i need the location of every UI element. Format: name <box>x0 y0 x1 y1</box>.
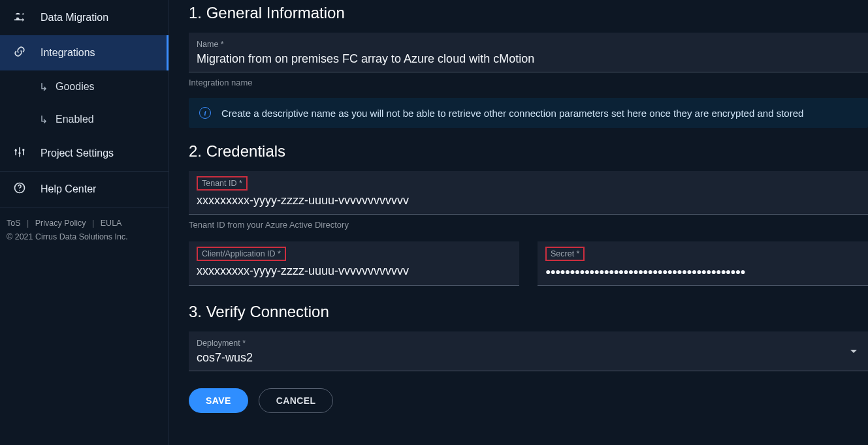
svg-point-2 <box>22 149 24 151</box>
svg-point-0 <box>15 149 17 151</box>
cancel-button[interactable]: CANCEL <box>259 388 334 413</box>
deployment-field[interactable]: Deployment * cos7-wus2 <box>189 331 868 371</box>
sidebar-item-label: Project Settings <box>40 147 114 159</box>
sidebar-item-goodies[interactable]: ↳ Goodies <box>0 70 169 103</box>
name-input[interactable]: Migration from on premises FC array to A… <box>197 52 860 67</box>
chevron-down-icon <box>850 345 858 357</box>
sidebar: Data Migration Integrations ↳ Goodies ↳ … <box>0 0 169 445</box>
client-id-input[interactable]: xxxxxxxxx-yyyy-zzzz-uuuu-vvvvvvvvvvvv <box>197 264 511 279</box>
client-id-label: Client/Application ID * <box>197 247 286 261</box>
deployment-value: cos7-wus2 <box>197 350 860 365</box>
footer-privacy-link[interactable]: Privacy Policy <box>35 219 86 228</box>
sidebar-item-label: Enabled <box>56 114 94 125</box>
integrations-icon <box>10 45 29 61</box>
footer-copyright: © 2021 Cirrus Data Solutions Inc. <box>7 230 162 244</box>
info-message: Create a descriptive name as you will no… <box>221 108 803 119</box>
secret-input[interactable]: ●●●●●●●●●●●●●●●●●●●●●●●●●●●●●●●●●●●●●●●●… <box>545 264 860 280</box>
section-heading-verify: 3. Verify Connection <box>189 303 868 321</box>
info-banner: i Create a descriptive name as you will … <box>189 98 868 128</box>
sidebar-item-label: Help Center <box>40 183 96 195</box>
main-panel: 1. General Information Name * Migration … <box>169 0 868 445</box>
footer-tos-link[interactable]: ToS <box>7 219 21 228</box>
deployment-label: Deployment * <box>197 339 246 348</box>
client-id-field[interactable]: Client/Application ID * xxxxxxxxx-yyyy-z… <box>189 241 519 286</box>
svg-point-4 <box>19 190 20 191</box>
sidebar-item-label: Data Migration <box>40 12 108 23</box>
sidebar-item-integrations[interactable]: Integrations <box>0 35 169 70</box>
name-label: Name * <box>197 40 224 49</box>
migration-icon <box>10 11 29 24</box>
sub-arrow-icon: ↳ <box>39 114 48 126</box>
settings-icon <box>10 146 29 161</box>
sidebar-item-label: Integrations <box>40 47 95 59</box>
sidebar-item-label: Goodies <box>56 81 95 93</box>
sub-arrow-icon: ↳ <box>39 81 48 93</box>
footer-eula-link[interactable]: EULA <box>101 219 122 228</box>
name-field[interactable]: Name * Migration from on premises FC arr… <box>189 33 868 72</box>
tenant-label: Tenant ID * <box>197 176 248 191</box>
save-button[interactable]: SAVE <box>189 388 248 413</box>
secret-field[interactable]: Secret * ●●●●●●●●●●●●●●●●●●●●●●●●●●●●●●●… <box>538 241 868 286</box>
sidebar-item-enabled[interactable]: ↳ Enabled <box>0 103 169 136</box>
tenant-helper: Tenant ID from your Azure Active Directo… <box>189 220 868 230</box>
sidebar-item-project-settings[interactable]: Project Settings <box>0 136 169 171</box>
info-icon: i <box>199 107 211 119</box>
section-heading-general: 1. General Information <box>189 4 868 22</box>
name-helper: Integration name <box>189 78 868 87</box>
section-heading-credentials: 2. Credentials <box>189 142 868 161</box>
secret-label: Secret * <box>545 247 585 261</box>
tenant-field[interactable]: Tenant ID * xxxxxxxxx-yyyy-zzzz-uuuu-vvv… <box>189 171 868 214</box>
sidebar-item-data-migration[interactable]: Data Migration <box>0 0 169 35</box>
help-icon <box>10 181 29 197</box>
sidebar-item-help-center[interactable]: Help Center <box>0 172 169 207</box>
svg-point-1 <box>18 152 20 154</box>
tenant-input[interactable]: xxxxxxxxx-yyyy-zzzz-uuuu-vvvvvvvvvvvv <box>197 193 860 208</box>
action-buttons: SAVE CANCEL <box>189 388 868 413</box>
sidebar-footer: ToS | Privacy Policy | EULA © 2021 Cirru… <box>0 207 169 254</box>
